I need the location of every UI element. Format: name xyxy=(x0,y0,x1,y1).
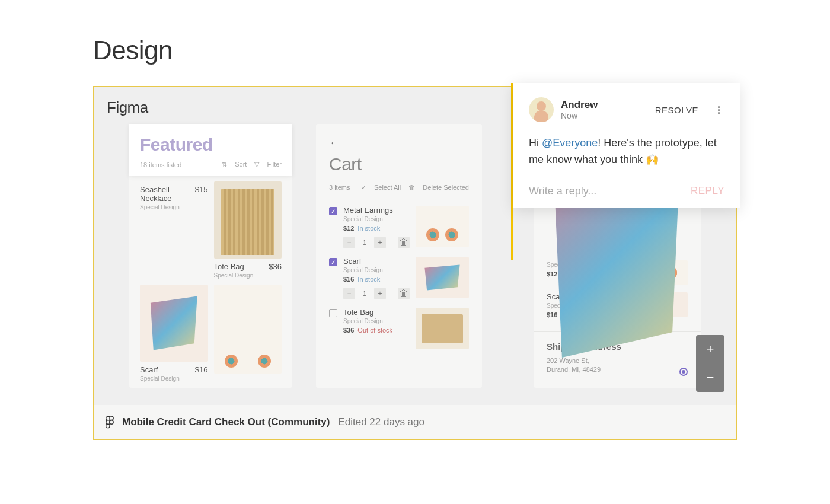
qty-value: 1 xyxy=(359,239,371,246)
cart-count: 3 items xyxy=(329,184,350,192)
product-image xyxy=(214,181,282,259)
mock-cart-screen: ← Cart 3 items ✓ Select All 🗑 Delete Sel… xyxy=(316,124,482,388)
cart-thumb xyxy=(416,206,469,247)
comment-popup: Andrew Now RESOLVE Hi @Everyone! Here's … xyxy=(513,83,740,208)
product-tag: Special Design xyxy=(140,375,208,382)
product-image xyxy=(214,285,282,374)
product-image xyxy=(140,285,208,362)
edited-time: Edited 22 days ago xyxy=(338,416,424,428)
product-price: $16 xyxy=(195,365,208,374)
shipping-address-line: 202 Wayne St, xyxy=(547,356,688,365)
cart-item-tag: Special Design xyxy=(343,318,410,324)
page-title: Design xyxy=(93,36,737,74)
cart-thumb xyxy=(416,257,469,298)
ship-price: $12 xyxy=(547,270,557,277)
checkbox-icon: ✓ xyxy=(329,207,337,215)
cart-item-name: Metal Earrings xyxy=(343,206,410,215)
featured-title: Featured xyxy=(140,135,282,155)
back-arrow-icon: ← xyxy=(329,137,469,149)
reply-button[interactable]: REPLY xyxy=(691,185,724,197)
delete-selected: 🗑 Delete Selected xyxy=(408,184,469,191)
cart-item: Tote Bag Special Design $36Out of stock xyxy=(316,299,482,349)
cart-item: ✓ Scarf Special Design $16In stock −1+🗑 xyxy=(316,248,482,299)
ship-price: $16 xyxy=(547,311,557,318)
embed-footer: Mobile Credit Card Check Out (Community)… xyxy=(94,405,736,439)
cart-thumb xyxy=(416,308,469,349)
checkbox-icon: ✓ xyxy=(329,258,337,266)
figma-logo-icon xyxy=(106,416,114,429)
cart-item-name: Tote Bag xyxy=(343,308,410,317)
checkbox-icon xyxy=(329,309,337,317)
filter-button: ▽ Filter xyxy=(254,161,282,168)
ship-thumb xyxy=(653,292,688,317)
cart-item-tag: Special Design xyxy=(343,216,410,222)
svg-point-0 xyxy=(110,420,113,424)
avatar xyxy=(529,97,554,122)
qty-plus: + xyxy=(374,288,386,299)
featured-count: 18 items listed xyxy=(140,161,181,168)
qty-value: 1 xyxy=(359,290,371,297)
qty-minus: − xyxy=(343,288,355,299)
product-tag: Special Design xyxy=(214,272,282,279)
zoom-control: + − xyxy=(696,335,724,392)
comment-body: Hi @Everyone! Here's the prototype, let … xyxy=(529,135,724,168)
radio-selected-icon xyxy=(679,368,688,376)
product-price: $36 xyxy=(269,262,282,271)
reply-input[interactable]: Write a reply... xyxy=(529,185,596,197)
cart-item-price: $36 xyxy=(343,327,354,334)
resolve-button[interactable]: RESOLVE xyxy=(655,105,698,115)
cart-item-name: Scarf xyxy=(343,257,410,266)
product-tag: Special Design xyxy=(140,204,208,210)
zoom-in-button[interactable]: + xyxy=(696,335,724,363)
zoom-out-button[interactable]: − xyxy=(696,363,724,392)
cart-title: Cart xyxy=(329,154,469,174)
mention[interactable]: @Everyone xyxy=(542,137,598,149)
comment-time: Now xyxy=(561,111,648,120)
stock-label: In stock xyxy=(357,276,380,283)
stock-label: In stock xyxy=(357,225,380,232)
more-options-icon[interactable] xyxy=(713,106,724,114)
trash-icon: 🗑 xyxy=(398,288,410,299)
shipping-address-line: Durand, MI, 48429 xyxy=(547,365,688,374)
product-name: Seashell Necklace xyxy=(140,185,195,203)
product-name: Scarf xyxy=(140,365,158,374)
product-name: Tote Bag xyxy=(214,262,244,271)
cart-item-tag: Special Design xyxy=(343,267,410,273)
mock-featured-screen: Featured 18 items listed ⇅ Sort ▽ Filter… xyxy=(129,124,292,388)
qty-minus: − xyxy=(343,237,355,248)
stock-label: Out of stock xyxy=(357,327,392,334)
cart-item-price: $16 xyxy=(343,276,354,283)
comment-author: Andrew xyxy=(561,99,648,111)
sort-button: ⇅ Sort xyxy=(222,161,247,168)
file-name: Mobile Credit Card Check Out (Community) xyxy=(122,416,330,428)
select-all: ✓ Select All xyxy=(361,184,401,191)
product-price: $15 xyxy=(195,185,208,203)
cart-item: ✓ Metal Earrings Special Design $12In st… xyxy=(316,197,482,248)
cart-item-price: $12 xyxy=(343,225,354,232)
qty-plus: + xyxy=(374,237,386,248)
trash-icon: 🗑 xyxy=(398,237,410,248)
